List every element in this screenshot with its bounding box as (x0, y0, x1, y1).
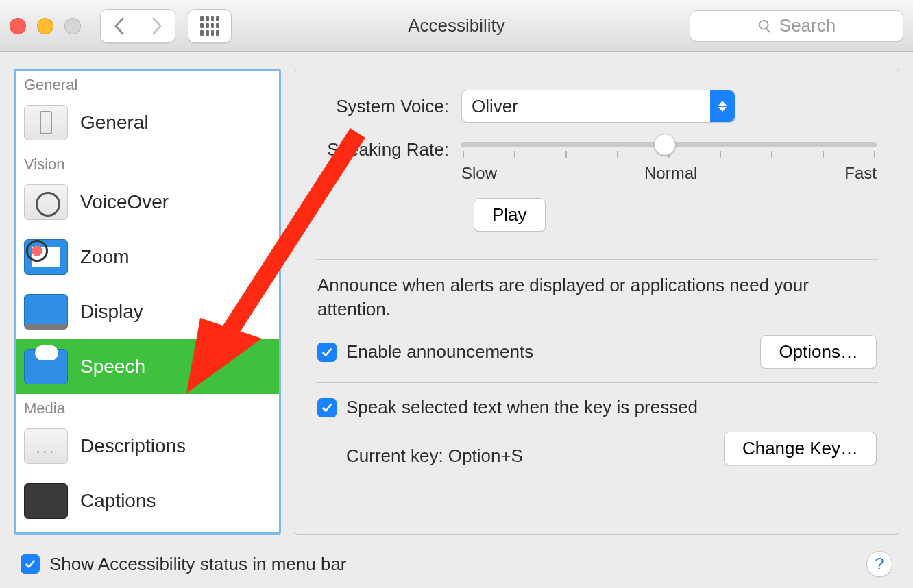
sidebar-item-general[interactable]: General (16, 95, 279, 150)
sidebar-item-label: Descriptions (80, 435, 186, 457)
sidebar-item-label: General (80, 112, 149, 134)
speak-selected-label: Speak selected text when the key is pres… (346, 397, 698, 418)
chevron-up-down-icon (710, 90, 735, 122)
zoom-icon (24, 239, 68, 275)
sidebar-scroll[interactable]: General General Vision VoiceOver Zoom Di… (16, 71, 279, 532)
content: General General Vision VoiceOver Zoom Di… (0, 52, 913, 540)
announcements-options-button[interactable]: Options… (760, 335, 877, 369)
system-voice-label: System Voice: (317, 96, 461, 117)
slider-min-label: Slow (461, 164, 497, 183)
divider (316, 382, 878, 383)
slider-mid-label: Normal (644, 164, 697, 183)
current-key-label: Current key: Option+S (346, 445, 523, 467)
system-voice-value: Oliver (472, 96, 518, 117)
slider-thumb[interactable] (654, 134, 676, 156)
sidebar-item-display[interactable]: Display (16, 284, 279, 339)
announce-description: Announce when alerts are displayed or ap… (317, 273, 877, 321)
sidebar-section-vision: Vision (16, 150, 279, 175)
grid-icon (200, 16, 219, 36)
settings-pane: System Voice: Oliver Speaking Rate: Slow (295, 69, 899, 535)
nav-segment (100, 9, 175, 43)
enable-announcements-row: Enable announcements Options… (317, 335, 877, 369)
zoom-window-button[interactable] (64, 18, 81, 34)
show-all-button[interactable] (188, 9, 232, 43)
sidebar-section-general: General (16, 71, 279, 95)
window-controls (10, 18, 81, 34)
titlebar: Accessibility Search (0, 0, 913, 52)
sidebar-item-speech[interactable]: Speech (16, 339, 279, 394)
enable-announcements-checkbox[interactable] (317, 343, 337, 362)
show-status-label: Show Accessibility status in menu bar (49, 554, 347, 575)
divider (316, 259, 878, 260)
speak-selected-row: Speak selected text when the key is pres… (317, 397, 877, 418)
window-title: Accessibility (408, 15, 505, 36)
sidebar-item-label: Captions (80, 490, 156, 512)
checkmark-icon (321, 402, 333, 414)
general-icon (24, 105, 68, 140)
play-button[interactable]: Play (474, 198, 546, 232)
slider-max-label: Fast (844, 164, 877, 183)
close-window-button[interactable] (10, 18, 26, 34)
speaking-rate-row: Speaking Rate: Slow Normal Fast (317, 138, 877, 183)
display-icon (24, 294, 68, 330)
checkmark-icon (24, 558, 36, 570)
help-button[interactable]: ? (866, 551, 892, 577)
checkmark-icon (321, 346, 333, 358)
forward-button[interactable] (138, 10, 175, 42)
system-voice-popup[interactable]: Oliver (461, 90, 735, 123)
system-voice-row: System Voice: Oliver (317, 90, 877, 123)
speaking-rate-slider[interactable]: Slow Normal Fast (461, 138, 877, 183)
enable-announcements-label: Enable announcements (346, 341, 533, 363)
show-status-checkbox[interactable] (21, 554, 40, 574)
sidebar-item-zoom[interactable]: Zoom (16, 230, 279, 284)
sidebar-item-descriptions[interactable]: Descriptions (16, 419, 279, 474)
change-key-button[interactable]: Change Key… (724, 432, 877, 465)
sidebar-item-label: Zoom (80, 246, 130, 268)
descriptions-icon (24, 428, 68, 464)
sidebar-item-voiceover[interactable]: VoiceOver (16, 175, 279, 230)
search-field[interactable]: Search (690, 10, 903, 42)
search-icon (757, 19, 772, 34)
back-button[interactable] (101, 10, 138, 42)
minimize-window-button[interactable] (37, 18, 53, 34)
sidebar: General General Vision VoiceOver Zoom Di… (14, 69, 281, 535)
sidebar-item-label: Display (80, 301, 143, 323)
sidebar-item-label: Speech (80, 356, 145, 378)
speaking-rate-label: Speaking Rate: (317, 138, 461, 160)
play-row: Play (474, 198, 877, 232)
captions-icon (24, 483, 68, 519)
voiceover-icon (24, 184, 68, 220)
sidebar-item-label: VoiceOver (80, 191, 169, 213)
footer: Show Accessibility status in menu bar ? (0, 540, 913, 588)
sidebar-section-media: Media (16, 394, 279, 419)
speak-selected-checkbox[interactable] (317, 398, 337, 417)
search-placeholder: Search (779, 15, 836, 36)
sidebar-item-captions[interactable]: Captions (16, 474, 279, 528)
speech-icon (24, 349, 68, 384)
current-key-row: Current key: Option+S Change Key… (317, 430, 877, 467)
